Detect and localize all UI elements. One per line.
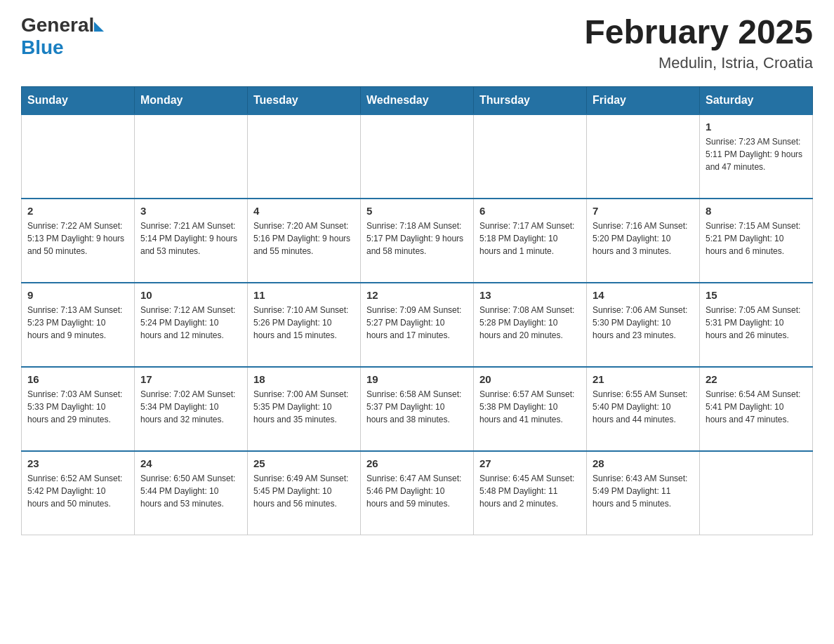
- day-number: 6: [479, 205, 581, 217]
- day-number: 13: [479, 289, 581, 301]
- calendar-cell: 22Sunrise: 6:54 AM Sunset: 5:41 PM Dayli…: [700, 367, 813, 451]
- calendar-cell: 12Sunrise: 7:09 AM Sunset: 5:27 PM Dayli…: [361, 283, 474, 367]
- day-info: Sunrise: 7:12 AM Sunset: 5:24 PM Dayligh…: [140, 304, 241, 342]
- calendar-cell: 20Sunrise: 6:57 AM Sunset: 5:38 PM Dayli…: [474, 367, 587, 451]
- day-info: Sunrise: 7:16 AM Sunset: 5:20 PM Dayligh…: [593, 220, 694, 257]
- calendar-cell: [474, 114, 587, 199]
- month-title: February 2025: [584, 14, 813, 51]
- calendar-cell: 15Sunrise: 7:05 AM Sunset: 5:31 PM Dayli…: [700, 283, 813, 367]
- calendar-cell: [587, 114, 700, 199]
- calendar-cell: 11Sunrise: 7:10 AM Sunset: 5:26 PM Dayli…: [248, 283, 361, 367]
- day-number: 22: [706, 373, 807, 385]
- day-info: Sunrise: 6:54 AM Sunset: 5:41 PM Dayligh…: [706, 388, 807, 426]
- column-header-monday: Monday: [135, 86, 248, 114]
- calendar-cell: [22, 114, 135, 199]
- day-info: Sunrise: 7:15 AM Sunset: 5:21 PM Dayligh…: [706, 220, 807, 257]
- day-number: 24: [140, 457, 241, 469]
- day-number: 7: [593, 205, 694, 217]
- day-number: 4: [253, 205, 355, 217]
- column-header-wednesday: Wednesday: [361, 86, 474, 114]
- logo-blue-text: Blue: [21, 36, 104, 59]
- column-header-tuesday: Tuesday: [248, 86, 361, 114]
- day-info: Sunrise: 7:08 AM Sunset: 5:28 PM Dayligh…: [479, 304, 581, 342]
- day-number: 5: [366, 205, 468, 217]
- location-title: Medulin, Istria, Croatia: [584, 54, 813, 72]
- calendar-cell: 5Sunrise: 7:18 AM Sunset: 5:17 PM Daylig…: [361, 199, 474, 283]
- day-info: Sunrise: 6:45 AM Sunset: 5:48 PM Dayligh…: [479, 472, 581, 510]
- calendar-cell: 25Sunrise: 6:49 AM Sunset: 5:45 PM Dayli…: [248, 451, 361, 535]
- calendar-cell: 24Sunrise: 6:50 AM Sunset: 5:44 PM Dayli…: [135, 451, 248, 535]
- day-number: 11: [253, 289, 355, 301]
- calendar-cell: 18Sunrise: 7:00 AM Sunset: 5:35 PM Dayli…: [248, 367, 361, 451]
- calendar-cell: 10Sunrise: 7:12 AM Sunset: 5:24 PM Dayli…: [135, 283, 248, 367]
- day-info: Sunrise: 7:00 AM Sunset: 5:35 PM Dayligh…: [253, 388, 355, 426]
- day-number: 16: [27, 373, 128, 385]
- calendar-cell: 21Sunrise: 6:55 AM Sunset: 5:40 PM Dayli…: [587, 367, 700, 451]
- day-number: 21: [593, 373, 694, 385]
- column-header-sunday: Sunday: [22, 86, 135, 114]
- calendar-cell: 27Sunrise: 6:45 AM Sunset: 5:48 PM Dayli…: [474, 451, 587, 535]
- day-info: Sunrise: 6:55 AM Sunset: 5:40 PM Dayligh…: [593, 388, 694, 426]
- calendar-cell: 2Sunrise: 7:22 AM Sunset: 5:13 PM Daylig…: [22, 199, 135, 283]
- calendar-cell: [135, 114, 248, 199]
- calendar-cell: 26Sunrise: 6:47 AM Sunset: 5:46 PM Dayli…: [361, 451, 474, 535]
- day-info: Sunrise: 6:47 AM Sunset: 5:46 PM Dayligh…: [366, 472, 468, 510]
- calendar-week-row: 16Sunrise: 7:03 AM Sunset: 5:33 PM Dayli…: [22, 367, 813, 451]
- day-info: Sunrise: 6:57 AM Sunset: 5:38 PM Dayligh…: [479, 388, 581, 426]
- day-info: Sunrise: 7:21 AM Sunset: 5:14 PM Dayligh…: [140, 220, 241, 257]
- day-number: 10: [140, 289, 241, 301]
- day-number: 18: [253, 373, 355, 385]
- calendar-cell: 1Sunrise: 7:23 AM Sunset: 5:11 PM Daylig…: [700, 114, 813, 199]
- calendar-cell: 8Sunrise: 7:15 AM Sunset: 5:21 PM Daylig…: [700, 199, 813, 283]
- column-header-friday: Friday: [587, 86, 700, 114]
- day-number: 25: [253, 457, 355, 469]
- day-info: Sunrise: 7:23 AM Sunset: 5:11 PM Dayligh…: [706, 135, 807, 173]
- day-number: 28: [593, 457, 694, 469]
- day-number: 14: [593, 289, 694, 301]
- day-info: Sunrise: 7:20 AM Sunset: 5:16 PM Dayligh…: [253, 220, 355, 257]
- calendar-cell: 19Sunrise: 6:58 AM Sunset: 5:37 PM Dayli…: [361, 367, 474, 451]
- calendar-cell: 28Sunrise: 6:43 AM Sunset: 5:49 PM Dayli…: [587, 451, 700, 535]
- calendar-cell: [700, 451, 813, 535]
- calendar-cell: 17Sunrise: 7:02 AM Sunset: 5:34 PM Dayli…: [135, 367, 248, 451]
- calendar-cell: 6Sunrise: 7:17 AM Sunset: 5:18 PM Daylig…: [474, 199, 587, 283]
- day-info: Sunrise: 7:10 AM Sunset: 5:26 PM Dayligh…: [253, 304, 355, 342]
- day-number: 27: [479, 457, 581, 469]
- title-area: February 2025 Medulin, Istria, Croatia: [584, 14, 813, 72]
- day-info: Sunrise: 7:09 AM Sunset: 5:27 PM Dayligh…: [366, 304, 468, 342]
- calendar-week-row: 1Sunrise: 7:23 AM Sunset: 5:11 PM Daylig…: [22, 114, 813, 199]
- day-info: Sunrise: 7:13 AM Sunset: 5:23 PM Dayligh…: [27, 304, 128, 342]
- day-info: Sunrise: 6:49 AM Sunset: 5:45 PM Dayligh…: [253, 472, 355, 510]
- column-header-thursday: Thursday: [474, 86, 587, 114]
- day-info: Sunrise: 7:22 AM Sunset: 5:13 PM Dayligh…: [27, 220, 128, 257]
- calendar-cell: [248, 114, 361, 199]
- calendar-cell: 16Sunrise: 7:03 AM Sunset: 5:33 PM Dayli…: [22, 367, 135, 451]
- day-number: 15: [706, 289, 807, 301]
- logo-general-text: General: [21, 14, 94, 36]
- calendar-cell: 3Sunrise: 7:21 AM Sunset: 5:14 PM Daylig…: [135, 199, 248, 283]
- day-number: 17: [140, 373, 241, 385]
- day-number: 19: [366, 373, 468, 385]
- day-info: Sunrise: 7:03 AM Sunset: 5:33 PM Dayligh…: [27, 388, 128, 426]
- calendar-cell: [361, 114, 474, 199]
- calendar-header-row: SundayMondayTuesdayWednesdayThursdayFrid…: [22, 86, 813, 114]
- calendar-cell: 4Sunrise: 7:20 AM Sunset: 5:16 PM Daylig…: [248, 199, 361, 283]
- day-info: Sunrise: 6:58 AM Sunset: 5:37 PM Dayligh…: [366, 388, 468, 426]
- day-info: Sunrise: 7:06 AM Sunset: 5:30 PM Dayligh…: [593, 304, 694, 342]
- day-info: Sunrise: 6:50 AM Sunset: 5:44 PM Dayligh…: [140, 472, 241, 510]
- logo: General Blue: [21, 14, 104, 59]
- calendar-week-row: 2Sunrise: 7:22 AM Sunset: 5:13 PM Daylig…: [22, 199, 813, 283]
- calendar-cell: 23Sunrise: 6:52 AM Sunset: 5:42 PM Dayli…: [22, 451, 135, 535]
- calendar-cell: 9Sunrise: 7:13 AM Sunset: 5:23 PM Daylig…: [22, 283, 135, 367]
- day-number: 2: [27, 205, 128, 217]
- day-info: Sunrise: 6:52 AM Sunset: 5:42 PM Dayligh…: [27, 472, 128, 510]
- day-number: 12: [366, 289, 468, 301]
- day-info: Sunrise: 7:05 AM Sunset: 5:31 PM Dayligh…: [706, 304, 807, 342]
- day-number: 3: [140, 205, 241, 217]
- page-header: General Blue February 2025 Medulin, Istr…: [21, 14, 813, 72]
- calendar-week-row: 23Sunrise: 6:52 AM Sunset: 5:42 PM Dayli…: [22, 451, 813, 535]
- day-number: 23: [27, 457, 128, 469]
- day-number: 20: [479, 373, 581, 385]
- day-number: 9: [27, 289, 128, 301]
- calendar-table: SundayMondayTuesdayWednesdayThursdayFrid…: [21, 86, 813, 536]
